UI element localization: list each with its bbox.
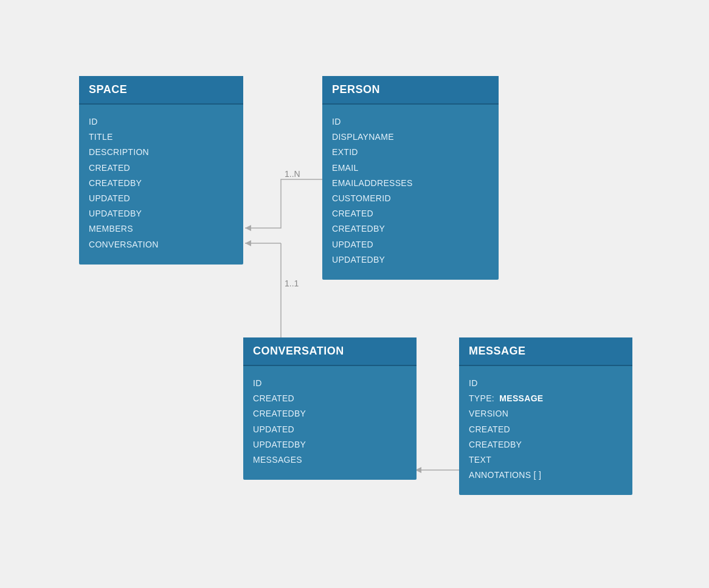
entity-message-title: MESSAGE bbox=[459, 337, 632, 366]
entity-person-fields: ID DISPLAYNAME EXTID EMAIL EMAILADDRESSE… bbox=[322, 105, 499, 280]
relation-label-11: 1..1 bbox=[285, 278, 299, 288]
field-message-text: TEXT bbox=[469, 452, 623, 468]
field-message-type: TYPE: MESSAGE bbox=[469, 391, 623, 406]
field-conversation-id: ID bbox=[253, 376, 407, 391]
field-conversation-createdby: CREATEDBY bbox=[253, 406, 407, 421]
field-space-updatedby: UPDATEDBY bbox=[89, 206, 233, 221]
space-members-arrow bbox=[245, 225, 251, 231]
field-person-id: ID bbox=[332, 114, 489, 130]
field-person-customerid: CUSTOMERID bbox=[332, 191, 489, 206]
relation-label-1n: 1..N bbox=[285, 169, 300, 179]
entity-message: MESSAGE ID TYPE: MESSAGE VERSION CREATED… bbox=[459, 337, 632, 495]
field-conversation-updated: UPDATED bbox=[253, 422, 407, 437]
field-message-created: CREATED bbox=[469, 422, 623, 437]
field-person-updated: UPDATED bbox=[332, 237, 489, 252]
space-conversation-arrow bbox=[245, 240, 251, 246]
field-person-emailaddresses: EMAILADDRESSES bbox=[332, 176, 489, 191]
field-conversation-created: CREATED bbox=[253, 391, 407, 406]
field-person-created: CREATED bbox=[332, 206, 489, 221]
entity-conversation-title: CONVERSATION bbox=[243, 337, 417, 366]
space-person-connector bbox=[245, 179, 322, 228]
field-message-id: ID bbox=[469, 376, 623, 391]
entity-conversation: CONVERSATION ID CREATED CREATEDBY UPDATE… bbox=[243, 337, 417, 480]
field-space-updated: UPDATED bbox=[89, 191, 233, 206]
field-person-extid: EXTID bbox=[332, 145, 489, 160]
entity-space: SPACE ID TITLE DESCRIPTION CREATED CREAT… bbox=[79, 76, 243, 265]
field-space-createdby: CREATEDBY bbox=[89, 176, 233, 191]
field-person-displayname: DISPLAYNAME bbox=[332, 130, 489, 145]
field-space-created: CREATED bbox=[89, 161, 233, 176]
field-message-type-value: MESSAGE bbox=[499, 393, 543, 403]
entity-person-title: PERSON bbox=[322, 76, 499, 105]
field-person-updatedby: UPDATEDBY bbox=[332, 252, 489, 268]
field-space-members: MEMBERS bbox=[89, 221, 233, 237]
field-message-createdby: CREATEDBY bbox=[469, 437, 623, 452]
entity-space-fields: ID TITLE DESCRIPTION CREATED CREATEDBY U… bbox=[79, 105, 243, 265]
entity-message-fields: ID TYPE: MESSAGE VERSION CREATED CREATED… bbox=[459, 366, 632, 495]
field-conversation-updatedby: UPDATEDBY bbox=[253, 437, 407, 452]
field-person-email: EMAIL bbox=[332, 161, 489, 176]
field-space-conversation: CONVERSATION bbox=[89, 237, 233, 252]
entity-conversation-fields: ID CREATED CREATEDBY UPDATED UPDATEDBY M… bbox=[243, 366, 417, 480]
field-message-version: VERSION bbox=[469, 406, 623, 421]
field-person-createdby: CREATEDBY bbox=[332, 221, 489, 237]
entity-space-title: SPACE bbox=[79, 76, 243, 105]
field-space-description: DESCRIPTION bbox=[89, 145, 233, 160]
field-conversation-messages: MESSAGES bbox=[253, 452, 407, 468]
entity-person: PERSON ID DISPLAYNAME EXTID EMAIL EMAILA… bbox=[322, 76, 499, 280]
field-message-annotations: ANNOTATIONS [ ] bbox=[469, 468, 623, 483]
diagram-container: 1..N 1..1 SPACE ID TITLE DESCRIPTION CRE… bbox=[0, 0, 709, 588]
field-space-title: TITLE bbox=[89, 130, 233, 145]
field-space-id: ID bbox=[89, 114, 233, 130]
